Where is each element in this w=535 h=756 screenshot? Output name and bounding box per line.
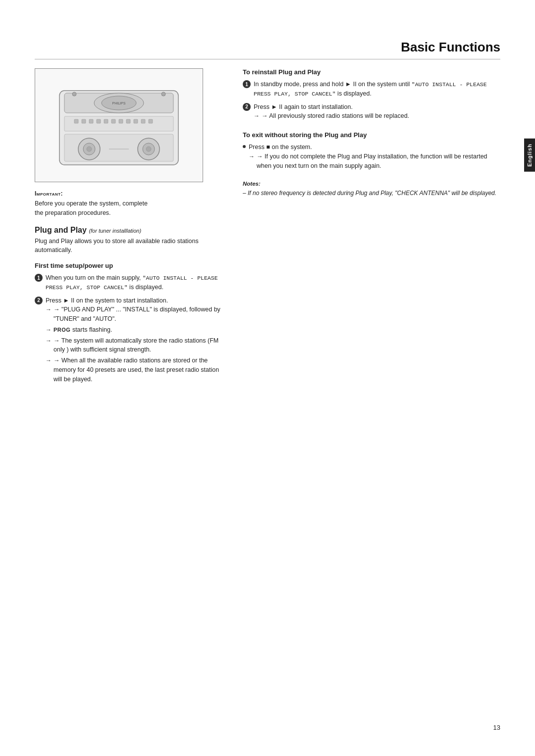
- arrow-item-4: → → When all the available radio station…: [46, 356, 223, 384]
- reinstall-arrow-1: → → All previously stored radio stations…: [254, 111, 500, 121]
- plug-and-play-heading: Plug and Play (for tuner installlation): [35, 226, 223, 235]
- exit-section: To exit without storing the Plug and Pla…: [243, 131, 500, 172]
- reinstall-section: To reinstall Plug and Play 1 In standby …: [243, 68, 500, 122]
- exit-bullet: [243, 145, 246, 148]
- step-1: 1 When you turn on the main supply, "AUT…: [35, 273, 223, 292]
- svg-rect-9: [82, 119, 86, 123]
- notes-text: – If no stereo frequency is detected dur…: [243, 189, 500, 198]
- svg-rect-17: [141, 119, 145, 123]
- notes-section: Notes: – If no stereo frequency is detec…: [243, 181, 500, 198]
- step-2: 2 Press ► II on the system to start inst…: [35, 296, 223, 386]
- reinstall-step-2-num: 2: [243, 103, 251, 111]
- exit-arrow-1: → → If you do not complete the Plug and …: [249, 152, 500, 171]
- arrow-item-2: → PROG starts flashing.: [46, 325, 223, 335]
- content-area: PHILIPS: [35, 68, 500, 389]
- page-number: 13: [493, 724, 500, 731]
- first-setup-heading: First time setup/power up: [35, 262, 223, 269]
- step-2-num: 2: [35, 297, 43, 304]
- page-title: Basic Functions: [35, 40, 500, 59]
- svg-rect-13: [111, 119, 115, 123]
- left-column: PHILIPS: [35, 68, 223, 389]
- plug-and-play-intro: Plug and Play allows you to store all av…: [35, 237, 223, 255]
- notes-title: Notes:: [243, 181, 500, 187]
- svg-text:PHILIPS: PHILIPS: [112, 101, 126, 105]
- reinstall-step-1-content: In standby mode, press and hold ► II on …: [254, 80, 500, 99]
- reinstall-step-1: 1 In standby mode, press and hold ► II o…: [243, 80, 500, 99]
- step-1-num: 1: [35, 274, 43, 282]
- important-title: Important:: [35, 190, 223, 197]
- arrow-item-1: → → "PLUG AND PLAY" ... "INSTALL" is dis…: [46, 305, 223, 324]
- svg-rect-7: [64, 116, 173, 131]
- svg-rect-15: [126, 119, 130, 123]
- exit-heading: To exit without storing the Plug and Pla…: [243, 131, 500, 139]
- exit-step-1: Press ■ on the system. → → If you do not…: [243, 143, 500, 172]
- svg-point-25: [146, 147, 151, 151]
- reinstall-heading: To reinstall Plug and Play: [243, 68, 500, 76]
- svg-rect-8: [74, 119, 78, 123]
- arrow-item-3: → → The system will automatically store …: [46, 336, 223, 355]
- reinstall-step-2-content: Press ► II again to start installation. …: [254, 102, 500, 123]
- svg-rect-12: [104, 119, 108, 123]
- lang-tab: English: [524, 139, 535, 172]
- reinstall-step-1-num: 1: [243, 80, 251, 88]
- step-2-content: Press ► II on the system to start instal…: [46, 296, 223, 386]
- svg-rect-14: [119, 119, 123, 123]
- svg-point-4: [72, 92, 76, 96]
- svg-rect-11: [97, 119, 101, 123]
- svg-rect-18: [149, 119, 153, 123]
- svg-point-22: [87, 147, 92, 151]
- svg-rect-10: [89, 119, 93, 123]
- svg-rect-16: [134, 119, 138, 123]
- right-column: To reinstall Plug and Play 1 In standby …: [243, 68, 500, 389]
- reinstall-step-2: 2 Press ► II again to start installation…: [243, 102, 500, 123]
- device-image: PHILIPS: [35, 68, 203, 182]
- page: Basic Functions English: [0, 0, 535, 756]
- exit-step-1-content: Press ■ on the system. → → If you do not…: [249, 143, 500, 172]
- svg-point-5: [161, 92, 165, 96]
- step-1-content: When you turn on the main supply, "AUTO …: [46, 273, 223, 292]
- device-svg: PHILIPS: [50, 76, 188, 175]
- important-text: Before you operate the system, complete …: [35, 199, 223, 218]
- important-block: Important: Before you operate the system…: [35, 190, 223, 218]
